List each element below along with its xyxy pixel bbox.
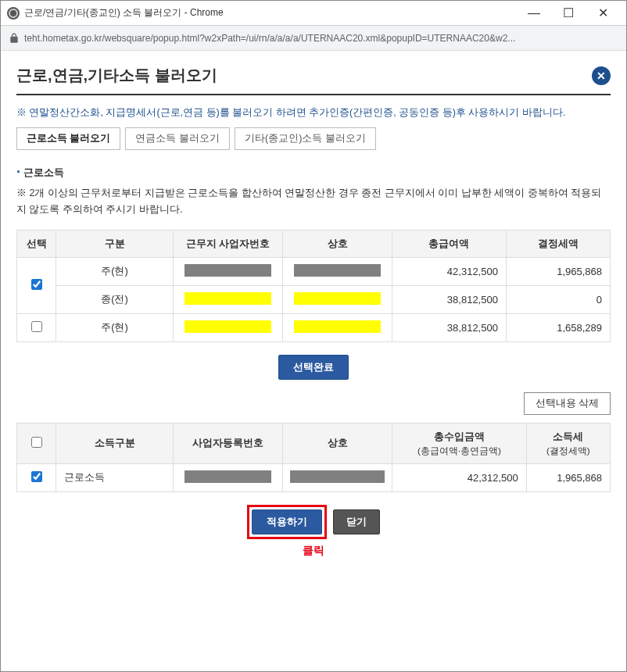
- row-total: 38,812,500: [392, 285, 507, 313]
- tab-bar: 근로소득 불러오기 연금소득 불러오기 기타(종교인)소득 불러오기: [16, 127, 611, 150]
- delete-selected-button[interactable]: 선택내용 삭제: [524, 392, 611, 415]
- row-tax: 1,658,289: [506, 313, 610, 341]
- url: teht.hometax.go.kr/websquare/popup.html?…: [24, 33, 515, 44]
- income-table: 선택 구분 근무지 사업자번호 상호 총급여액 결정세액 주(현) 42,312…: [16, 230, 611, 342]
- col-gubun: 소득구분: [56, 423, 174, 463]
- titlebar: 근로/연금/기타(종교인) 소득 불러오기 - Chrome ― ☐ ✕: [1, 1, 626, 26]
- tab-other-income[interactable]: 기타(종교인)소득 불러오기: [235, 127, 376, 150]
- redacted-yellow: [294, 320, 382, 333]
- delete-row: 선택내용 삭제: [16, 392, 611, 415]
- col-total: 총급여액: [392, 230, 507, 257]
- table-row: 주(현) 38,812,500 1,658,289: [17, 313, 611, 341]
- window-title: 근로/연금/기타(종교인) 소득 불러오기 - Chrome: [24, 6, 517, 20]
- section-note: ※ 2개 이상의 근무처로부터 지급받은 근로소득을 합산하여 연말정산한 경우…: [16, 185, 611, 219]
- content: 근로,연금,기타소득 불러오기 ✕ ※ 연말정산간소화, 지급명세서(근로,연금…: [1, 51, 626, 671]
- row-checkbox[interactable]: [31, 321, 42, 332]
- row-select-cell: [17, 313, 56, 341]
- page-title: 근로,연금,기타소득 불러오기: [16, 65, 217, 86]
- row-gubun: 근로소득: [56, 463, 174, 491]
- col-total: 총수입금액(총급여액·총연금액): [392, 423, 527, 463]
- row-company: [283, 313, 392, 341]
- col-gubun: 구분: [56, 230, 174, 257]
- row-select-cell: [17, 463, 56, 491]
- table-row: 종(전) 38,812,500 0: [17, 285, 611, 313]
- col-company: 상호: [283, 230, 392, 257]
- col-select: [17, 423, 56, 463]
- app-icon: [7, 7, 20, 20]
- row-select-cell: [17, 257, 56, 313]
- click-annotation: 클릭: [16, 544, 611, 558]
- row-company: [283, 257, 392, 285]
- apply-highlight: 적용하기: [247, 505, 327, 539]
- notice-text: ※ 연말정산간소화, 지급명세서(근로,연금 등)를 불러오기 하려면 추가인증…: [16, 106, 611, 120]
- col-bizno: 근무지 사업자번호: [174, 230, 283, 257]
- redacted-yellow: [294, 292, 382, 305]
- row-total: 42,312,500: [392, 257, 507, 285]
- selected-table: 소득구분 사업자등록번호 상호 총수입금액(총급여액·총연금액) 소득세(결정세…: [16, 423, 611, 492]
- select-all-checkbox[interactable]: [31, 437, 42, 448]
- row-checkbox[interactable]: [31, 471, 42, 482]
- redacted-yellow: [185, 292, 272, 305]
- select-done-button[interactable]: 선택완료: [278, 355, 349, 380]
- redacted-gray: [185, 264, 272, 277]
- col-tax: 결정세액: [506, 230, 610, 257]
- close-button[interactable]: 닫기: [333, 509, 380, 534]
- table-row: 주(현) 42,312,500 1,965,868: [17, 257, 611, 285]
- select-done-row: 선택완료: [16, 355, 611, 380]
- col-company: 상호: [283, 423, 392, 463]
- row-bizno: [174, 285, 283, 313]
- redacted-gray: [290, 470, 385, 483]
- footer-buttons: 적용하기 닫기 클릭: [16, 505, 611, 558]
- col-select: 선택: [17, 230, 56, 257]
- redacted-yellow: [185, 320, 272, 333]
- section-title: 근로소득: [16, 164, 611, 181]
- redacted-gray: [185, 470, 272, 483]
- table-row: 근로소득 42,312,500 1,965,868: [17, 463, 611, 491]
- row-total: 42,312,500: [392, 463, 527, 491]
- row-gubun: 주(현): [56, 257, 174, 285]
- window-controls: ― ☐ ✕: [517, 2, 620, 25]
- apply-button[interactable]: 적용하기: [252, 509, 322, 534]
- row-bizno: [174, 257, 283, 285]
- col-tax: 소득세(결정세액): [526, 423, 610, 463]
- row-tax: 0: [506, 285, 610, 313]
- row-company: [283, 463, 392, 491]
- addressbar: teht.hometax.go.kr/websquare/popup.html?…: [1, 26, 626, 51]
- row-bizno: [174, 463, 283, 491]
- lock-icon: [9, 33, 20, 44]
- row-company: [283, 285, 392, 313]
- row-tax: 1,965,868: [526, 463, 610, 491]
- minimize-button[interactable]: ―: [517, 2, 551, 25]
- row-tax: 1,965,868: [506, 257, 610, 285]
- tab-pension-income[interactable]: 연금소득 불러오기: [125, 127, 229, 150]
- row-bizno: [174, 313, 283, 341]
- close-icon[interactable]: ✕: [592, 66, 611, 85]
- row-gubun: 주(현): [56, 313, 174, 341]
- row-total: 38,812,500: [392, 313, 507, 341]
- maximize-button[interactable]: ☐: [551, 2, 586, 25]
- row-checkbox[interactable]: [31, 279, 42, 290]
- tab-earned-income[interactable]: 근로소득 불러오기: [16, 127, 120, 150]
- window: 근로/연금/기타(종교인) 소득 불러오기 - Chrome ― ☐ ✕ teh…: [0, 0, 627, 672]
- row-gubun: 종(전): [56, 285, 174, 313]
- col-bizno: 사업자등록번호: [174, 423, 283, 463]
- redacted-gray: [294, 264, 382, 277]
- close-window-button[interactable]: ✕: [586, 2, 620, 25]
- page-header: 근로,연금,기타소득 불러오기 ✕: [16, 65, 611, 95]
